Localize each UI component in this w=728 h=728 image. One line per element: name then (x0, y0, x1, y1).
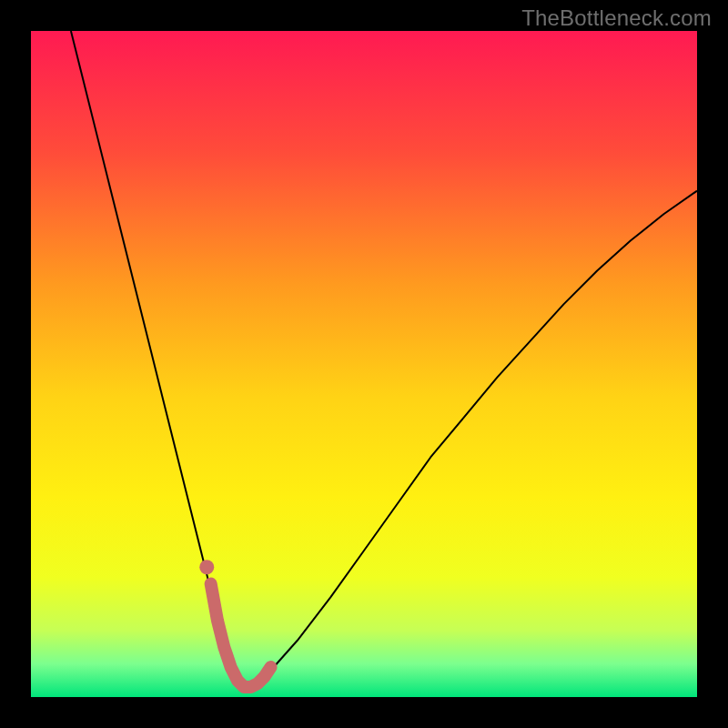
gradient-background (31, 31, 697, 697)
plot-area (31, 31, 697, 697)
watermark-text: TheBottleneck.com (521, 5, 712, 31)
chart-svg (31, 31, 697, 697)
chart-frame: TheBottleneck.com (0, 0, 728, 728)
series-highlight_dot-point (199, 560, 214, 574)
